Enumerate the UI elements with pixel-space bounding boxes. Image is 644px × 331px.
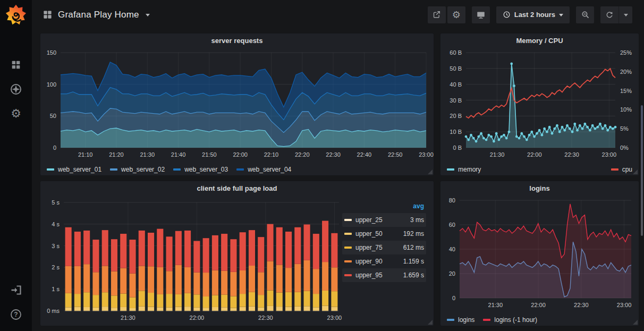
svg-text:60 B: 60 B [450,49,462,56]
legend-row-upper_50[interactable]: upper_50192 ms [342,227,426,241]
svg-text:22:00: 22:00 [190,315,205,321]
svg-text:20%: 20% [620,69,632,75]
server-requests-chart-canvas[interactable]: 05010015021:1021:2021:3021:4021:5022:002… [40,47,434,164]
panel-resize-handle[interactable] [428,320,433,325]
panel-resize-handle[interactable] [428,169,433,174]
legend-swatch [344,247,352,249]
sidebar: ⚙ ? [0,0,32,331]
legend-series-name: upper_50 [355,230,403,237]
share-button[interactable] [428,6,446,23]
sign-in-icon [10,284,22,296]
svg-text:1 s: 1 s [52,286,60,292]
legend-item-memory[interactable]: memory [447,166,481,173]
svg-text:5 s: 5 s [52,199,60,206]
svg-text:22:00: 22:00 [233,151,248,158]
legend-avg-value: 612 ms [403,244,424,251]
sidebar-item-dashboards[interactable] [4,56,28,74]
svg-text:30 B: 30 B [450,97,462,104]
grafana-logo[interactable] [0,0,32,29]
legend-item-web_server_03[interactable]: web_server_03 [173,166,228,173]
legend-row-upper_25[interactable]: upper_253 ms [342,213,426,227]
sidebar-bottom: ? [4,281,28,324]
legend-item-web_server_04[interactable]: web_server_04 [236,166,291,173]
legend-label: web_server_04 [248,166,291,173]
zoom-out-button[interactable] [576,6,594,23]
dashboards-grid-icon [10,59,22,71]
svg-text:50: 50 [50,113,56,119]
tv-mode-icon [476,10,486,20]
svg-text:80: 80 [449,197,455,203]
legend-item-web_server_01[interactable]: web_server_01 [47,166,101,173]
legend-swatch [236,168,244,171]
panel-resize-handle[interactable] [633,320,638,325]
svg-text:22:20: 22:20 [295,151,310,158]
svg-text:0 B: 0 B [453,145,462,151]
dashboard-dropdown-caret-icon [146,14,150,19]
panel-title-memory-cpu[interactable]: Memory / CPU [440,33,639,47]
panel-title-server-requests[interactable]: server requests [40,33,434,47]
sidebar-item-sign-in[interactable] [4,281,28,299]
client-page-load-body: 0 ms1 s2 s3 s4 s5 s21:3022:0022:3023:00 … [40,195,434,326]
legend-row-upper_95[interactable]: upper_951.659 s [342,268,426,282]
legend-avg-value: 3 ms [410,216,424,224]
client-page-load-chart-canvas[interactable]: 0 ms1 s2 s3 s4 s5 s21:3022:0022:3023:00 [40,195,342,326]
svg-text:?: ? [14,311,18,318]
svg-text:23:00: 23:00 [617,302,632,308]
dashboard-picker[interactable]: Grafana Play Home [43,10,150,20]
svg-text:21:50: 21:50 [202,151,217,158]
svg-text:0%: 0% [620,145,629,151]
memory-cpu-chart-canvas[interactable]: 0 B10 B20 B30 B40 B50 B60 B0%5%10%15%20%… [440,47,639,164]
legend-avg-header[interactable]: avg [413,202,424,210]
svg-text:50 B: 50 B [450,65,462,72]
svg-text:25%: 25% [620,49,632,56]
scrollbar-thumb[interactable] [641,105,643,236]
panel-logins: logins 02040608021:3022:0022:3023:00 log… [440,181,639,326]
legend-row-upper_90[interactable]: upper_901.159 s [342,254,426,268]
tv-mode-button[interactable] [472,6,490,23]
legend-item-logins (-1 hour)[interactable]: logins (-1 hour) [483,316,537,324]
sidebar-item-explore[interactable] [4,80,28,98]
memory-cpu-legend: memorycpu [440,164,639,176]
svg-text:23:00: 23:00 [327,315,342,321]
top-navbar: Grafana Play Home ⚙ [32,0,644,29]
legend-item-cpu[interactable]: cpu [611,166,632,173]
refresh-button[interactable] [600,6,618,23]
main-area: Grafana Play Home ⚙ [32,0,644,331]
logins-legend: loginslogins (-1 hour) [440,314,639,326]
legend-label: memory [458,166,481,173]
svg-text:10 B: 10 B [450,129,462,135]
sidebar-item-configuration[interactable]: ⚙ [4,105,28,123]
client-page-load-legend-table: avg upper_253 msupper_50192 msupper_7561… [342,195,434,326]
legend-swatch [483,319,490,321]
svg-text:0: 0 [53,145,56,151]
dashboard-title: Grafana Play Home [58,10,139,20]
legend-item-logins[interactable]: logins [447,316,474,324]
legend-series-name: upper_75 [355,244,403,251]
legend-item-web_server_02[interactable]: web_server_02 [110,166,165,173]
sidebar-item-help[interactable]: ? [4,305,28,324]
svg-text:22:00: 22:00 [531,302,546,308]
legend-row-upper_75[interactable]: upper_75612 ms [342,241,426,254]
configuration-gear-icon: ⚙ [11,108,21,120]
legend-series-name: upper_90 [355,258,403,265]
refresh-interval-dropdown[interactable] [618,6,632,23]
help-icon: ? [10,308,22,321]
legend-swatch [110,168,117,171]
dashboard-settings-button[interactable]: ⚙ [447,6,465,23]
legend-swatch [344,233,352,235]
panel-title-client-page-load[interactable]: client side full page load [40,181,434,195]
logins-chart-canvas[interactable]: 02040608021:3022:0022:3023:00 [440,195,639,314]
svg-text:60: 60 [449,222,455,228]
panel-title-logins[interactable]: logins [440,181,639,195]
time-range-label: Last 2 hours [514,11,555,19]
panel-resize-handle[interactable] [633,169,638,174]
legend-series-name: upper_25 [355,216,410,224]
time-range-caret-icon [559,14,563,19]
refresh-icon [605,11,614,19]
legend-swatch [447,319,454,321]
time-range-picker[interactable]: Last 2 hours [496,6,570,23]
svg-text:22:30: 22:30 [326,151,341,158]
svg-text:150: 150 [47,49,56,56]
legend-label: cpu [622,166,632,173]
legend-avg-value: 1.659 s [403,271,424,279]
